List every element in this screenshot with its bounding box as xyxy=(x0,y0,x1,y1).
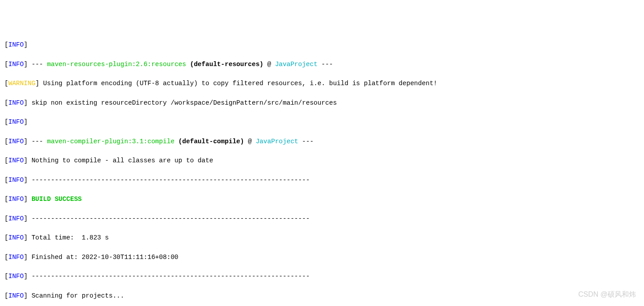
log-level-warning: WARNING xyxy=(8,80,36,87)
log-line: [INFO] BUILD SUCCESS xyxy=(4,195,640,204)
log-line: [INFO] xyxy=(4,118,640,127)
log-level-info: INFO xyxy=(8,99,24,106)
log-level-info: INFO xyxy=(8,215,24,222)
watermark: CSDN @硕风和炜 xyxy=(578,289,636,300)
log-level-info: INFO xyxy=(8,234,24,241)
build-status: BUILD SUCCESS xyxy=(28,196,82,203)
log-line: [INFO] ---------------------------------… xyxy=(4,214,640,224)
log-line: [INFO] xyxy=(4,40,640,50)
log-level-info: INFO xyxy=(8,61,24,68)
log-line: [INFO] ---------------------------------… xyxy=(4,272,640,282)
log-line: [INFO] Total time: 1.823 s xyxy=(4,233,640,243)
total-time: Total time: 1.823 s xyxy=(28,234,109,241)
project-name: JavaProject xyxy=(256,138,298,145)
execution-id: (default-resources) xyxy=(190,61,263,68)
execution-id: (default-compile) xyxy=(179,138,244,145)
finished-at: Finished at: 2022-10-30T11:11:16+08:00 xyxy=(28,254,178,261)
log-line: [INFO] Nothing to compile - all classes … xyxy=(4,156,640,166)
log-line: [INFO] skip non existing resourceDirecto… xyxy=(4,98,640,108)
plugin-name: maven-resources-plugin:2.6:resources xyxy=(47,61,186,68)
log-line: [INFO] Finished at: 2022-10-30T11:11:16+… xyxy=(4,253,640,263)
project-name: JavaProject xyxy=(275,61,318,68)
log-level-info: INFO xyxy=(8,196,24,203)
log-line: [WARNING] Using platform encoding (UTF-8… xyxy=(4,79,640,89)
log-level-info: INFO xyxy=(8,138,24,145)
log-level-info: INFO xyxy=(8,41,24,48)
log-level-info: INFO xyxy=(8,273,24,280)
log-line: [INFO] --- maven-resources-plugin:2.6:re… xyxy=(4,60,640,70)
log-level-info: INFO xyxy=(8,254,24,261)
log-level-info: INFO xyxy=(8,292,24,299)
log-line: [INFO] ---------------------------------… xyxy=(4,176,640,185)
log-level-info: INFO xyxy=(8,157,24,164)
plugin-name: maven-compiler-plugin:3.1:compile xyxy=(47,138,175,145)
log-level-info: INFO xyxy=(8,177,24,184)
log-line: [INFO] --- maven-compiler-plugin:3.1:com… xyxy=(4,137,640,147)
log-line: [INFO] Scanning for projects... xyxy=(4,291,640,301)
log-level-info: INFO xyxy=(8,118,24,126)
